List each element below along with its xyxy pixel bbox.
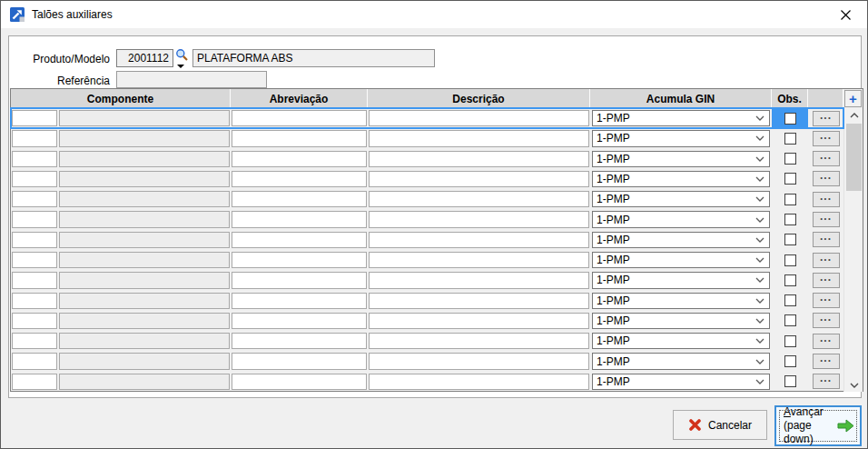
row-code-cell[interactable] xyxy=(12,374,57,390)
acumula-gin-select[interactable]: 1-PMP xyxy=(592,374,770,390)
abreviacao-cell[interactable] xyxy=(232,353,367,369)
abreviacao-cell[interactable] xyxy=(232,130,367,146)
descricao-cell[interactable] xyxy=(369,130,589,146)
row-detail-button[interactable]: ... xyxy=(813,374,840,389)
abreviacao-cell[interactable] xyxy=(232,252,367,268)
acumula-gin-select[interactable]: 1-PMP xyxy=(592,353,770,369)
row-detail-button[interactable]: ... xyxy=(813,151,840,166)
abreviacao-cell[interactable] xyxy=(232,374,367,390)
lookup-dropdown-icon[interactable] xyxy=(177,65,184,68)
componente-cell[interactable] xyxy=(59,232,230,248)
abreviacao-cell[interactable] xyxy=(232,171,367,187)
componente-cell[interactable] xyxy=(59,313,230,329)
descricao-cell[interactable] xyxy=(369,272,589,288)
obs-checkbox[interactable] xyxy=(784,153,796,165)
descricao-cell[interactable] xyxy=(369,353,589,369)
descricao-cell[interactable] xyxy=(369,211,589,227)
componente-cell[interactable] xyxy=(59,130,230,146)
abreviacao-cell[interactable] xyxy=(232,110,367,126)
acumula-gin-select[interactable]: 1-PMP xyxy=(592,313,770,329)
descricao-cell[interactable] xyxy=(369,191,589,207)
row-detail-button[interactable]: ... xyxy=(813,192,840,207)
componente-cell[interactable] xyxy=(59,151,230,167)
row-code-cell[interactable] xyxy=(12,252,57,268)
produto-name-field[interactable]: PLATAFORMA ABS xyxy=(192,49,435,67)
descricao-cell[interactable] xyxy=(369,252,589,268)
acumula-gin-select[interactable]: 1-PMP xyxy=(592,211,770,227)
scrollbar-thumb[interactable] xyxy=(846,124,862,191)
row-code-cell[interactable] xyxy=(12,313,57,329)
abreviacao-cell[interactable] xyxy=(232,211,367,227)
componente-cell[interactable] xyxy=(59,293,230,309)
componente-cell[interactable] xyxy=(59,211,230,227)
componente-cell[interactable] xyxy=(59,110,230,126)
acumula-gin-select[interactable]: 1-PMP xyxy=(592,110,770,126)
column-header-obs[interactable]: Obs. xyxy=(772,89,808,108)
row-code-cell[interactable] xyxy=(12,211,57,227)
acumula-gin-select[interactable]: 1-PMP xyxy=(592,232,770,248)
obs-checkbox[interactable] xyxy=(784,113,796,125)
row-code-cell[interactable] xyxy=(12,191,57,207)
abreviacao-cell[interactable] xyxy=(232,333,367,349)
row-code-cell[interactable] xyxy=(12,232,57,248)
acumula-gin-select[interactable]: 1-PMP xyxy=(592,293,770,309)
descricao-cell[interactable] xyxy=(369,313,589,329)
column-header-acumula-gin[interactable]: Acumula GIN xyxy=(590,89,772,108)
descricao-cell[interactable] xyxy=(369,333,589,349)
row-detail-button[interactable]: ... xyxy=(813,334,840,349)
obs-checkbox[interactable] xyxy=(784,214,796,225)
descricao-cell[interactable] xyxy=(369,151,589,167)
row-detail-button[interactable]: ... xyxy=(813,313,840,328)
obs-checkbox[interactable] xyxy=(784,355,796,367)
row-detail-button[interactable]: ... xyxy=(813,253,840,268)
column-header-abreviacao[interactable]: Abreviação xyxy=(231,89,368,108)
abreviacao-cell[interactable] xyxy=(232,272,367,288)
close-button[interactable] xyxy=(827,1,863,28)
abreviacao-cell[interactable] xyxy=(232,232,367,248)
row-detail-button[interactable]: ... xyxy=(813,273,840,288)
row-detail-button[interactable]: ... xyxy=(813,111,840,126)
componente-cell[interactable] xyxy=(59,252,230,268)
row-code-cell[interactable] xyxy=(12,130,57,146)
search-icon[interactable] xyxy=(175,48,189,62)
obs-checkbox[interactable] xyxy=(784,254,796,266)
descricao-cell[interactable] xyxy=(369,232,589,248)
row-code-cell[interactable] xyxy=(12,333,57,349)
acumula-gin-select[interactable]: 1-PMP xyxy=(592,191,770,207)
referencia-field[interactable] xyxy=(116,71,267,88)
row-code-cell[interactable] xyxy=(12,110,57,126)
row-code-cell[interactable] xyxy=(12,353,57,369)
row-code-cell[interactable] xyxy=(12,293,57,309)
acumula-gin-select[interactable]: 1-PMP xyxy=(592,272,770,288)
abreviacao-cell[interactable] xyxy=(232,151,367,167)
descricao-cell[interactable] xyxy=(369,110,589,126)
obs-checkbox[interactable] xyxy=(784,335,796,347)
obs-checkbox[interactable] xyxy=(784,133,796,145)
produto-code-field[interactable]: 2001112 xyxy=(116,49,173,67)
row-detail-button[interactable]: ... xyxy=(813,212,840,227)
obs-checkbox[interactable] xyxy=(784,194,796,205)
cancel-button[interactable]: Cancelar xyxy=(673,410,767,440)
componente-cell[interactable] xyxy=(59,353,230,369)
acumula-gin-select[interactable]: 1-PMP xyxy=(592,151,770,167)
componente-cell[interactable] xyxy=(59,171,230,187)
obs-checkbox[interactable] xyxy=(784,234,796,245)
row-code-cell[interactable] xyxy=(12,171,57,187)
abreviacao-cell[interactable] xyxy=(232,191,367,207)
row-code-cell[interactable] xyxy=(12,272,57,288)
componente-cell[interactable] xyxy=(59,272,230,288)
row-code-cell[interactable] xyxy=(12,151,57,167)
column-header-descricao[interactable]: Descrição xyxy=(368,89,590,108)
descricao-cell[interactable] xyxy=(369,293,589,309)
acumula-gin-select[interactable]: 1-PMP xyxy=(592,252,770,268)
componente-cell[interactable] xyxy=(59,191,230,207)
add-row-button[interactable]: + xyxy=(844,90,862,107)
abreviacao-cell[interactable] xyxy=(232,313,367,329)
acumula-gin-select[interactable]: 1-PMP xyxy=(592,130,770,146)
abreviacao-cell[interactable] xyxy=(232,293,367,309)
obs-checkbox[interactable] xyxy=(784,375,796,387)
row-detail-button[interactable]: ... xyxy=(813,232,840,247)
advance-button[interactable]: Avançar (page down) xyxy=(774,405,862,446)
obs-checkbox[interactable] xyxy=(784,173,796,185)
row-detail-button[interactable]: ... xyxy=(813,131,840,146)
